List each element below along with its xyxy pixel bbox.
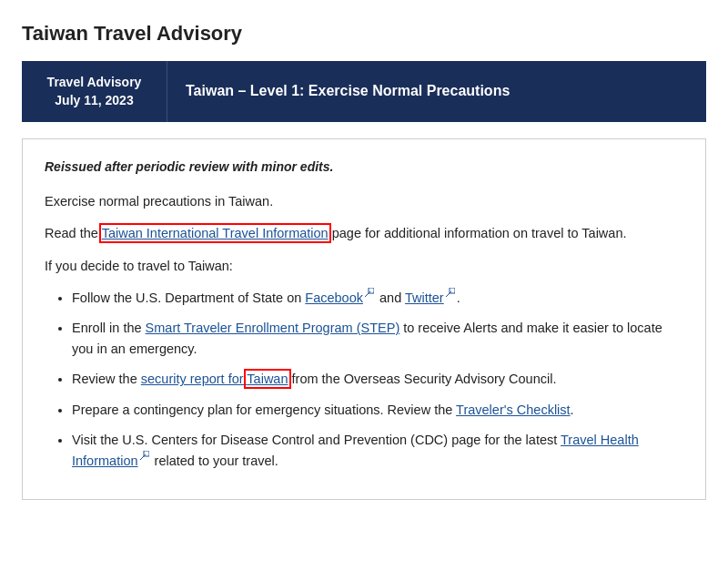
advisory-header: Travel Advisory July 11, 2023 Taiwan – L… [22, 61, 706, 122]
twitter-link[interactable]: Twitter [405, 290, 444, 305]
para-taiwan-info: Read the Taiwan International Travel Inf… [45, 223, 683, 244]
bullet4-suffix: . [571, 403, 574, 417]
bullet1-prefix: Follow the U.S. Department of State on [72, 290, 305, 305]
cdc-external-icon [140, 451, 151, 462]
bullet1-suffix: . [457, 290, 460, 305]
facebook-external-icon [365, 288, 376, 299]
advisory-level: Taiwan – Level 1: Exercise Normal Precau… [167, 61, 528, 122]
list-item-checklist: Prepare a contingency plan for emergency… [72, 400, 683, 421]
security-report-link[interactable]: security report for Taiwan [141, 372, 288, 386]
list-item-step: Enroll in the Smart Traveler Enrollment … [72, 318, 683, 360]
para2-prefix: Read the [45, 226, 102, 240]
list-item-cdc: Visit the U.S. Centers for Disease Contr… [72, 430, 683, 472]
para-if-travel: If you decide to travel to Taiwan: [45, 256, 683, 277]
travel-tips-list: Follow the U.S. Department of State on F… [45, 288, 683, 472]
bullet1-mid: and [376, 290, 405, 305]
page-title: Taiwan Travel Advisory [22, 18, 706, 48]
svg-line-3 [446, 291, 451, 297]
svg-line-1 [365, 291, 370, 297]
facebook-link[interactable]: Facebook [305, 290, 363, 305]
security-taiwan-highlight: Taiwan [247, 372, 288, 386]
para2-suffix: page for additional information on trave… [329, 226, 627, 240]
twitter-external-icon [446, 288, 457, 299]
bullet4-prefix: Prepare a contingency plan for emergency… [72, 403, 456, 417]
reissued-note: Reissued after periodic review with mino… [45, 158, 683, 177]
advisory-date-label: Travel Advisory [47, 75, 142, 89]
advisory-date-value: July 11, 2023 [55, 93, 133, 107]
bullet5-prefix: Visit the U.S. Centers for Disease Contr… [72, 433, 561, 447]
bullet5-suffix: related to your travel. [151, 454, 278, 468]
bullet2-prefix: Enroll in the [72, 321, 146, 335]
list-item-security: Review the security report for Taiwan fr… [72, 369, 683, 390]
travelers-checklist-link[interactable]: Traveler's Checklist [456, 403, 571, 417]
content-area: Reissued after periodic review with mino… [22, 138, 706, 500]
para-normal-precautions: Exercise normal precautions in Taiwan. [45, 191, 683, 212]
list-item-social: Follow the U.S. Department of State on F… [72, 288, 683, 309]
advisory-date: Travel Advisory July 11, 2023 [22, 61, 167, 122]
bullet3-prefix: Review the [72, 372, 141, 386]
advisory-level-text: Taiwan – Level 1: Exercise Normal Precau… [186, 81, 510, 101]
step-link[interactable]: Smart Traveler Enrollment Program (STEP) [146, 321, 400, 335]
bullet3-suffix: from the Overseas Security Advisory Coun… [288, 372, 557, 386]
taiwan-intl-travel-link[interactable]: Taiwan International Travel Information [102, 226, 329, 240]
svg-line-5 [140, 454, 146, 460]
